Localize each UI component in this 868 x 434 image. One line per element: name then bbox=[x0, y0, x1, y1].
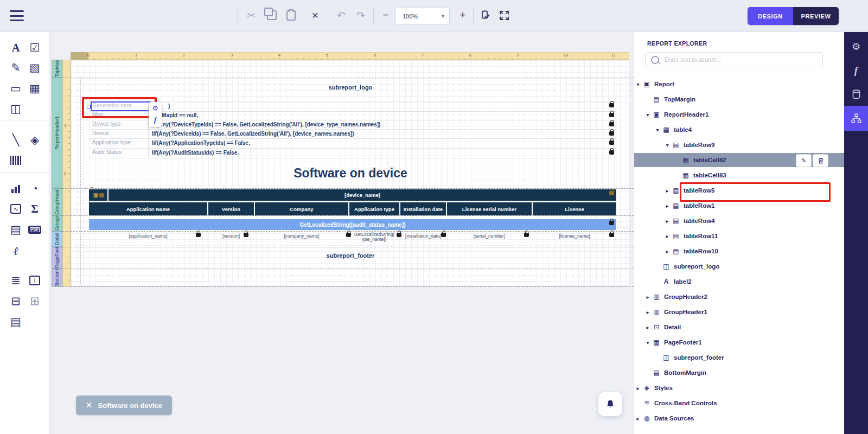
menu-icon[interactable] bbox=[10, 10, 24, 21]
param-row[interactable]: Map: Iif(?MapId == null, GetLocalizedStr… bbox=[89, 111, 616, 120]
preview-button[interactable]: PREVIEW bbox=[793, 7, 839, 25]
tree-item-label2[interactable]: label2 bbox=[634, 275, 868, 289]
column-header[interactable]: Installation date bbox=[400, 202, 446, 215]
zoom-level-select[interactable]: 100% ▾ bbox=[395, 8, 450, 24]
detail-cell[interactable]: [company_name] bbox=[284, 234, 319, 239]
tree-item-tablerow4[interactable]: tableRow4 bbox=[634, 214, 868, 228]
detail-cell[interactable]: [installation_date] bbox=[405, 234, 441, 239]
notifications-button[interactable] bbox=[598, 392, 622, 416]
param-row[interactable]: Generation date: ) bbox=[89, 101, 616, 112]
band-detail[interactable]: Detail bbox=[52, 231, 62, 247]
tree-item-detail[interactable]: Detail bbox=[634, 320, 854, 334]
chevron-right-icon[interactable] bbox=[663, 203, 671, 209]
copy-icon[interactable] bbox=[264, 7, 280, 23]
cross-band-component-icon[interactable]: ⊞ bbox=[27, 293, 43, 309]
param-label[interactable]: Map: bbox=[89, 111, 149, 120]
tree-item-topmargin[interactable]: TopMargin bbox=[634, 92, 862, 106]
chevron-right-icon[interactable] bbox=[634, 416, 642, 422]
chevron-down-icon[interactable] bbox=[634, 81, 642, 87]
tree-item-pagefooter1[interactable]: PageFooter1 bbox=[634, 335, 854, 349]
param-label[interactable]: Device type: bbox=[89, 120, 149, 129]
param-row[interactable]: Device: Iif(Any(?DeviceIds) == False, Ge… bbox=[89, 129, 616, 139]
tree-item-tablerow1[interactable]: tableRow1 bbox=[634, 199, 868, 213]
close-icon[interactable]: ✕ bbox=[86, 400, 93, 410]
tree-item-styles[interactable]: Styles bbox=[634, 381, 845, 395]
detail-cell[interactable]: [serial_number] bbox=[474, 234, 506, 239]
param-expression[interactable]: Iif(?MapId == null, GetLocalizedString('… bbox=[149, 111, 616, 120]
chevron-right-icon[interactable] bbox=[644, 294, 652, 300]
subreport-footer-element[interactable]: subreport_footer bbox=[71, 252, 630, 259]
param-expression[interactable]: Iif(Any(?ApplicationTypeIds) == False, G… bbox=[149, 138, 616, 148]
tree-item-reportheader1[interactable]: ReportHeader1 bbox=[634, 107, 854, 122]
param-expression[interactable]: ) bbox=[149, 101, 616, 111]
param-expression[interactable]: Iif(Any(?DeviceTypeIds) == False, GetLoc… bbox=[149, 120, 616, 129]
properties-gear-icon[interactable]: ⚙ bbox=[844, 35, 868, 59]
open-report-tab[interactable]: ✕ Software on device bbox=[76, 395, 172, 415]
tree-item-tablerow10[interactable]: tableRow10 bbox=[634, 244, 868, 258]
tree-item-tablerow9[interactable]: tableRow9 bbox=[634, 138, 868, 152]
data-band-component-icon[interactable]: ≣ bbox=[8, 272, 24, 289]
selected-element-outline[interactable] bbox=[91, 101, 151, 111]
tree-item-tablecell83[interactable]: tableCell83 bbox=[634, 168, 868, 182]
zoom-in-icon[interactable]: + bbox=[455, 7, 471, 23]
report-page[interactable]: subreport_logo Generation date: ) Map: I… bbox=[71, 60, 629, 286]
design-canvas[interactable]: 0 1 2 3 4 5 6 7 8 9 10 11 1 2 TopMargin … bbox=[49, 31, 634, 434]
column-header[interactable]: Application Name bbox=[89, 202, 207, 215]
param-row[interactable]: Audit Status: Iif(Any(?AuditStatusIds) =… bbox=[89, 148, 616, 158]
param-row[interactable]: Application type: Iif(Any(?ApplicationTy… bbox=[89, 138, 616, 149]
table-component-icon[interactable]: ▦ bbox=[27, 80, 43, 97]
tree-item-groupheader1[interactable]: GroupHeader1 bbox=[634, 305, 854, 319]
band-top-margin[interactable]: TopMargin bbox=[52, 60, 62, 78]
function-icon[interactable]: f bbox=[154, 116, 157, 125]
edit-button[interactable]: ✎ bbox=[796, 154, 812, 167]
signature-component-icon[interactable]: ℓ bbox=[8, 243, 24, 259]
design-button[interactable]: DESIGN bbox=[748, 7, 793, 25]
panel-info-component-icon[interactable]: i bbox=[27, 272, 43, 289]
rich-text-component-icon[interactable]: ✎ bbox=[8, 60, 24, 76]
column-header[interactable]: Application type bbox=[349, 202, 399, 215]
zoom-out-icon[interactable]: − bbox=[378, 7, 394, 23]
chevron-down-icon[interactable] bbox=[644, 340, 652, 346]
chevron-right-icon[interactable] bbox=[663, 218, 671, 224]
column-header[interactable]: License serial number bbox=[447, 202, 532, 215]
tree-item-cross-band-controls[interactable]: Cross-Band Controls bbox=[634, 396, 852, 410]
line-component-icon[interactable]: ╲ bbox=[8, 132, 24, 148]
tree-item-data-sources[interactable]: Data Sources bbox=[634, 411, 845, 425]
math-formula-component-icon[interactable]: Σ bbox=[27, 201, 43, 217]
data-dictionary-icon[interactable] bbox=[844, 82, 868, 106]
param-expression[interactable]: Iif(Any(?AuditStatusIds) == False, GetLo… bbox=[149, 148, 616, 158]
clipboard-component-icon[interactable]: ▤ bbox=[8, 221, 24, 238]
tree-search[interactable] bbox=[645, 52, 823, 67]
barcode-component-icon[interactable] bbox=[8, 152, 24, 168]
tree-item-groupheader2[interactable]: GroupHeader2 bbox=[634, 290, 854, 304]
report-tree-tab-active[interactable] bbox=[844, 106, 868, 131]
subreport-component-icon[interactable]: ◫ bbox=[8, 100, 24, 117]
audit-status-row[interactable]: GetLocalizedString([audit_status_name]) bbox=[89, 219, 616, 230]
band-group-header2[interactable]: GroupHeader2 bbox=[52, 188, 62, 215]
paste-icon[interactable] bbox=[283, 7, 299, 23]
column-header[interactable]: Version bbox=[208, 202, 254, 215]
page-break-component-icon[interactable]: ⊟ bbox=[8, 293, 24, 309]
detail-cell[interactable]: [version] bbox=[222, 234, 240, 239]
functions-icon[interactable]: f bbox=[844, 59, 868, 82]
delete-icon[interactable]: × bbox=[307, 7, 323, 23]
undo-icon[interactable]: ↶ bbox=[333, 7, 349, 23]
band-layout-component-icon[interactable]: ▤ bbox=[8, 314, 24, 330]
detail-cell[interactable]: [application_name] bbox=[129, 234, 167, 239]
gauge-component-icon[interactable]: ◔ bbox=[27, 181, 43, 197]
detail-cell[interactable]: [license_name] bbox=[559, 234, 590, 239]
param-row[interactable]: Device type: Iif(Any(?DeviceTypeIds) == … bbox=[89, 120, 616, 130]
column-header[interactable]: License bbox=[533, 202, 616, 215]
param-label[interactable]: Audit Status: bbox=[89, 148, 149, 158]
band-page-footer1[interactable]: PageFooter1 bbox=[52, 247, 62, 269]
panel-component-icon[interactable]: ▭ bbox=[8, 80, 24, 97]
chevron-down-icon[interactable] bbox=[644, 112, 652, 118]
chevron-right-icon[interactable] bbox=[644, 309, 652, 315]
chevron-right-icon[interactable] bbox=[644, 324, 652, 330]
param-label[interactable]: Application type: bbox=[89, 138, 149, 148]
tree-item-subreport-logo[interactable]: subreport_logo bbox=[634, 259, 868, 273]
image-component-icon[interactable]: ▧ bbox=[27, 60, 43, 76]
chevron-down-icon[interactable] bbox=[663, 142, 671, 148]
report-title-element[interactable]: Software on device bbox=[71, 166, 630, 181]
table-corner-cell[interactable]: ▣ bbox=[89, 189, 107, 201]
